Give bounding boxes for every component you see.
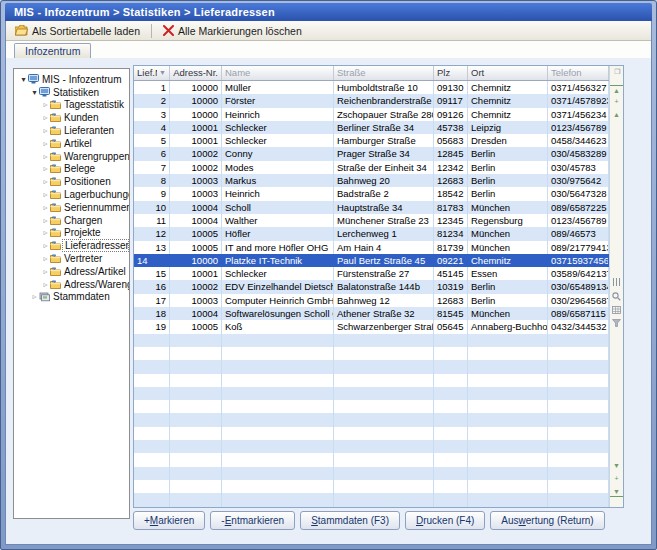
- markieren-button[interactable]: + Markieren: [133, 511, 205, 530]
- table-row[interactable]: 1410000Platzke IT-TechnikPaul Bertz Stra…: [134, 254, 609, 267]
- collapsed-arrow-icon[interactable]: ▹: [41, 190, 50, 199]
- collapsed-arrow-icon[interactable]: ▹: [41, 100, 50, 109]
- table-cell: 10002: [170, 147, 222, 160]
- table-cell: [134, 387, 170, 400]
- clear-marks-button[interactable]: Alle Markierungen löschen: [158, 24, 307, 38]
- table-row[interactable]: 210000FörsterReichenbranderstraße 309117…: [134, 94, 609, 107]
- column-header-name[interactable]: Name: [222, 66, 334, 80]
- table-row[interactable]: 1810004Softwarelösungen Scholl GnbAthene…: [134, 307, 609, 320]
- column-header-plz[interactable]: Plz: [434, 66, 468, 80]
- scroll-down-icon[interactable]: ▼: [610, 461, 623, 470]
- table-cell: 03715937456: [548, 254, 609, 267]
- table-row[interactable]: 510001SchleckerHamburger Straße05683Dres…: [134, 134, 609, 147]
- tree-item-kunden[interactable]: ▹Kunden: [14, 111, 129, 124]
- collapsed-arrow-icon[interactable]: ▹: [41, 164, 50, 173]
- tree-item-chargen[interactable]: ▹Chargen: [14, 214, 129, 227]
- collapsed-arrow-icon[interactable]: ▹: [41, 267, 50, 276]
- collapsed-arrow-icon[interactable]: ▹: [41, 126, 50, 135]
- column-header-label: Name: [225, 66, 330, 80]
- collapsed-arrow-icon[interactable]: ▹: [41, 113, 50, 122]
- table-cell: 10: [134, 201, 170, 214]
- button-label-accesskey: M: [150, 515, 158, 526]
- tree-item-adress-warengruppen[interactable]: ▹Adress/Warengruppen: [14, 278, 129, 291]
- column-header-stra-e[interactable]: Straße: [334, 66, 434, 80]
- tree-item-statistiken[interactable]: ▾Statistiken: [14, 86, 129, 99]
- column-header-label: Ort: [471, 66, 544, 80]
- tree-item-tagesstatistik[interactable]: ▹Tagesstatistik: [14, 99, 129, 112]
- load-sort-table-button[interactable]: Als Sortiertabelle laden: [10, 24, 145, 38]
- collapsed-arrow-icon[interactable]: ▹: [41, 241, 50, 250]
- table-row[interactable]: 810003MarkusBahnweg 2012683Berlin030/975…: [134, 174, 609, 187]
- tree-item-label: Statistiken: [51, 87, 101, 98]
- tree-item-mis-infozentrum[interactable]: ▾MIS - Infozentrum: [14, 73, 129, 86]
- tree-item-projekte[interactable]: ▹Projekte: [14, 227, 129, 240]
- collapsed-arrow-icon[interactable]: ▹: [41, 139, 50, 148]
- collapsed-arrow-icon[interactable]: ▹: [41, 216, 50, 225]
- column-header-lief-nr[interactable]: Lief.Nr▼: [134, 66, 170, 80]
- column-header-telefon[interactable]: Telefon: [548, 66, 609, 80]
- collapsed-arrow-icon[interactable]: ▹: [41, 280, 50, 289]
- table-cell: 10000: [170, 94, 222, 107]
- stammdaten-button[interactable]: Stammdaten (F3): [300, 511, 400, 530]
- collapsed-arrow-icon[interactable]: ▹: [30, 292, 39, 301]
- table-row[interactable]: 110000MüllerHumboldtstraße 1009130Chemni…: [134, 81, 609, 94]
- table-cell: [334, 493, 434, 506]
- table-cell: München: [468, 201, 548, 214]
- search-icon[interactable]: [610, 292, 623, 303]
- tree-item-artikel[interactable]: ▹Artikel: [14, 137, 129, 150]
- expanded-arrow-icon[interactable]: ▾: [30, 88, 39, 97]
- table-row[interactable]: 1010004SchollHauptstraße 3481783München0…: [134, 201, 609, 214]
- table-row[interactable]: 1510001SchleckerFürstenstraße 2745145Ess…: [134, 267, 609, 280]
- button-label-post: ertung (Return): [526, 515, 594, 526]
- tree-item-belege[interactable]: ▹Belege: [14, 163, 129, 176]
- table-row[interactable]: 1310005IT and more Höfler OHGAm Hain 481…: [134, 241, 609, 254]
- table-row[interactable]: 710002ModesStraße der Einheit 3412342Ber…: [134, 161, 609, 174]
- table-row[interactable]: 410001SchleckerBerliner Straße 3445738Le…: [134, 121, 609, 134]
- tree-item-stammdaten[interactable]: ▹Stammdaten: [14, 291, 129, 304]
- goto-first-icon[interactable]: ▲: [610, 85, 623, 95]
- multiselect-icon[interactable]: [610, 306, 623, 316]
- goto-last-icon[interactable]: ▼: [610, 487, 623, 497]
- tree-item-adress-artikel[interactable]: ▹Adress/Artikel: [14, 265, 129, 278]
- tree-item-seriennummern[interactable]: ▹Seriennummern: [14, 201, 129, 214]
- collapsed-arrow-icon[interactable]: ▹: [41, 228, 50, 237]
- table-cell: Chemnitz: [468, 254, 548, 267]
- collapsed-arrow-icon[interactable]: ▹: [41, 152, 50, 161]
- table-row[interactable]: 1710003Computer Heinrich GmbHBahnweg 121…: [134, 294, 609, 307]
- entmarkieren-button[interactable]: - Entmarkieren: [210, 511, 295, 530]
- tree-item-lagerbuchungen[interactable]: ▹Lagerbuchungen: [14, 188, 129, 201]
- tree-item-lieferadressen[interactable]: ▹Lieferadressen: [14, 239, 129, 252]
- table-cell: 45738: [434, 121, 468, 134]
- table-row[interactable]: 1610002EDV Einzelhandel Dietsch GmbBalat…: [134, 280, 609, 293]
- table-row[interactable]: 1110004WaltherMünchener Straße 2312345Re…: [134, 214, 609, 227]
- table-cell: Annaberg-Buchholz: [468, 320, 548, 333]
- add-down-icon[interactable]: +: [610, 474, 623, 483]
- add-up-icon[interactable]: +: [610, 97, 623, 106]
- column-chooser-icon[interactable]: ❐: [611, 67, 623, 76]
- scroll-up-icon[interactable]: ▲: [610, 110, 623, 119]
- tree-item-warengruppen[interactable]: ▹Warengruppen: [14, 150, 129, 163]
- table-row[interactable]: 1210005HöflerLerchenweg 181234München089…: [134, 227, 609, 240]
- fit-columns-icon[interactable]: [610, 278, 623, 288]
- table-row[interactable]: 610002ConnyPrager Straße 3412845Berlin03…: [134, 147, 609, 160]
- folder-icon: [50, 113, 62, 122]
- drucken-button[interactable]: Drucken (F4): [405, 511, 485, 530]
- tree-item-lieferanten[interactable]: ▹Lieferanten: [14, 124, 129, 137]
- filter-icon[interactable]: [610, 319, 623, 329]
- table-row[interactable]: 910003HeinrichBadstraße 218542Berlin030/…: [134, 187, 609, 200]
- column-header-adress-nr[interactable]: Adress-Nr.: [170, 66, 222, 80]
- column-header-ort[interactable]: Ort: [468, 66, 548, 80]
- collapsed-arrow-icon[interactable]: ▹: [41, 177, 50, 186]
- collapsed-arrow-icon[interactable]: ▹: [41, 254, 50, 263]
- auswertung-button[interactable]: Auswertung (Return): [490, 511, 604, 530]
- table-row[interactable]: 1910005KoßSchwarzenberger Straße05645Ann…: [134, 320, 609, 333]
- table-cell: Reichenbranderstraße 3: [334, 94, 434, 107]
- tree-item-positionen[interactable]: ▹Positionen: [14, 175, 129, 188]
- tab-infozentrum[interactable]: Infozentrum: [14, 43, 91, 58]
- table-cell: Berlin: [468, 280, 548, 293]
- table-row[interactable]: 310000HeinrichZschopauer Straße 28009126…: [134, 108, 609, 121]
- expanded-arrow-icon[interactable]: ▾: [19, 75, 28, 84]
- collapsed-arrow-icon[interactable]: ▹: [41, 203, 50, 212]
- tree-item-vertreter[interactable]: ▹Vertreter: [14, 252, 129, 265]
- button-label-post: arkieren: [158, 515, 194, 526]
